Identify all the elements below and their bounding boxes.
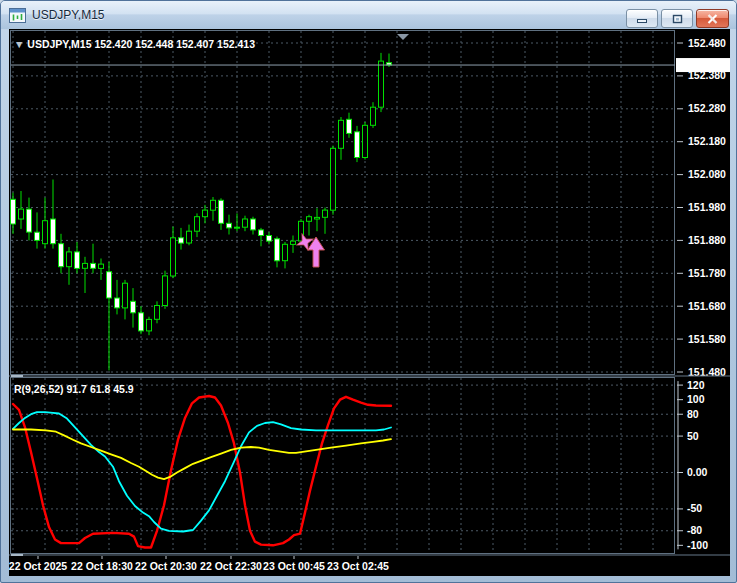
candle-bear: [107, 272, 112, 298]
time-tick-label: 22 Oct 18:30: [71, 560, 133, 572]
candle-bear: [267, 236, 272, 242]
price-tick-label: 152.480: [688, 37, 726, 49]
candle-bear: [75, 252, 80, 269]
candle-bull: [67, 252, 72, 267]
close-icon: [707, 14, 718, 24]
candle-bull: [283, 244, 288, 260]
candle-bull: [331, 148, 336, 210]
window-controls: [623, 9, 729, 28]
candle-bull: [43, 221, 48, 244]
chart-client-area: ▼ USDJPY,M15 152.420 152.448 152.407 152…: [9, 29, 730, 576]
candle-bull: [307, 217, 312, 222]
candle-bull: [315, 217, 320, 219]
candle-bear: [139, 313, 144, 331]
candle-bear: [91, 263, 96, 268]
candle-bear: [27, 209, 32, 232]
candle-bear: [227, 223, 232, 228]
candle-bull: [99, 264, 104, 268]
chart-window-icon: [9, 8, 26, 23]
price-tick-label: 152.080: [688, 168, 726, 180]
candle-bear: [219, 200, 224, 223]
candle-bear: [59, 244, 64, 267]
minimize-button[interactable]: [626, 9, 658, 28]
candle-bull: [339, 120, 344, 148]
mt4-chart-window: USDJPY,M15 ▼ USDJPY,M15 152.420 152.44: [0, 0, 737, 583]
window-title: USDJPY,M15: [32, 8, 104, 22]
oscillator-tick-label: 80: [687, 408, 699, 420]
candle-bull: [187, 231, 192, 243]
candle-bull: [235, 227, 240, 228]
candle-bear: [131, 301, 136, 313]
price-tick-label: 152.180: [688, 135, 726, 147]
oscillator-label: R(9,26,52) 91.7 61.8 45.9: [14, 383, 134, 395]
candle-bull: [19, 209, 24, 219]
oscillator-tick-label: -100: [687, 539, 708, 551]
current-price-label: 152.413: [688, 59, 726, 71]
oscillator-tick-label: -80: [687, 524, 702, 536]
candle-bull: [155, 306, 160, 320]
candle-bull: [171, 238, 176, 276]
price-tick-label: 151.980: [688, 201, 726, 213]
price-tick-label: 151.680: [688, 300, 726, 312]
candle-bull: [371, 107, 376, 125]
close-button[interactable]: [696, 9, 729, 28]
candle-bull: [211, 200, 216, 210]
time-tick-label: 23 Oct 02:45: [327, 560, 389, 572]
candle-bull: [163, 276, 168, 306]
chart-canvas[interactable]: ▼ USDJPY,M15 152.420 152.448 152.407 152…: [9, 29, 730, 576]
restore-icon: [672, 14, 683, 24]
time-tick-label: 22 Oct 22:30: [200, 560, 262, 572]
candle-bear: [259, 230, 264, 236]
candle-bull: [291, 241, 296, 244]
oscillator-tick-label: 0.00: [687, 466, 708, 478]
candle-bear: [35, 232, 40, 240]
candle-bull: [195, 217, 200, 232]
oscillator-tick-label: 100: [687, 393, 705, 405]
candle-bull: [323, 210, 328, 217]
price-tick-label: 151.880: [688, 234, 726, 246]
candle-bear: [179, 238, 184, 243]
oscillator-tick-label: -50: [687, 502, 702, 514]
candle-bear: [11, 199, 16, 224]
restore-button[interactable]: [661, 9, 693, 28]
minimize-icon: [637, 14, 647, 23]
candle-bull: [243, 219, 248, 227]
oscillator-tick-label: 120: [687, 379, 705, 391]
candle-bear: [51, 219, 56, 244]
candle-bear: [275, 239, 280, 261]
time-tick-label: 22 Oct 2025: [9, 560, 67, 572]
candle-bull: [203, 210, 208, 217]
candle-bear: [347, 119, 352, 133]
time-tick-label: 23 Oct 00:45: [263, 560, 325, 572]
oscillator-tick-label: 50: [687, 430, 699, 442]
price-tick-label: 151.580: [688, 333, 726, 345]
candle-bull: [123, 283, 128, 308]
ohlc-label: ▼ USDJPY,M15 152.420 152.448 152.407 152…: [14, 38, 255, 50]
candle-bull: [379, 61, 384, 107]
candle-bull: [363, 125, 368, 157]
candle-bull: [83, 263, 88, 268]
candle-bear: [355, 132, 360, 158]
candle-bear: [251, 219, 256, 230]
price-tick-label: 151.780: [688, 267, 726, 279]
time-tick-label: 22 Oct 20:30: [135, 560, 197, 572]
candle-bear: [115, 298, 120, 308]
window-titlebar[interactable]: USDJPY,M15: [1, 1, 736, 29]
candle-bull: [147, 319, 152, 331]
price-tick-label: 152.280: [688, 102, 726, 114]
